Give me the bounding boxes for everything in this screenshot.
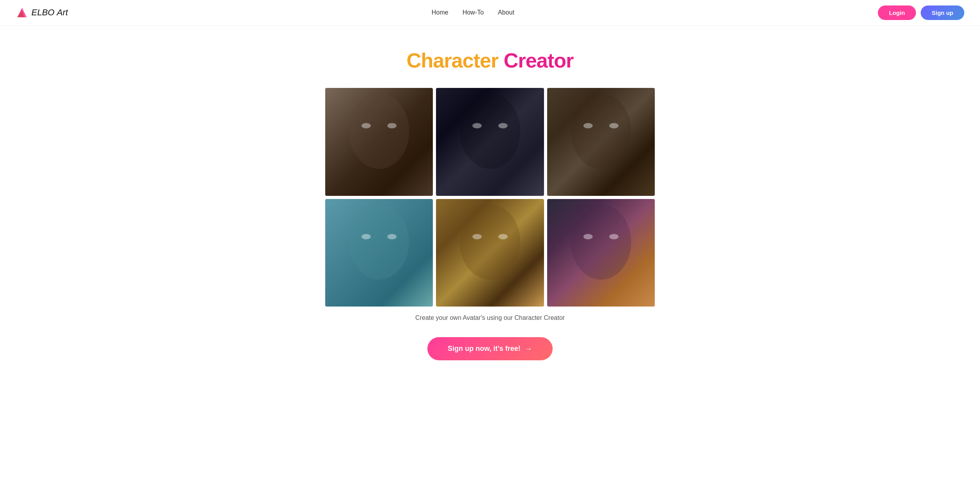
nav-link-home[interactable]: Home xyxy=(432,9,449,16)
cta-label: Sign up now, it's free! xyxy=(448,345,521,353)
brand-name: ELBO Art xyxy=(31,7,68,18)
grid-item-1 xyxy=(325,88,433,196)
title-creator: Creator xyxy=(504,49,573,72)
elbo-logo-icon xyxy=(16,6,28,19)
portrait-3 xyxy=(547,88,655,196)
portrait-6 xyxy=(547,199,655,307)
main-content: Character Creator xyxy=(0,0,980,491)
hero-subtitle: Create your own Avatar's using our Chara… xyxy=(415,314,565,321)
hero-title: Character Creator xyxy=(407,49,573,72)
portrait-4 xyxy=(325,199,433,307)
signup-button[interactable]: Sign up xyxy=(921,5,964,20)
cta-arrow-icon: → xyxy=(524,344,532,353)
grid-item-4 xyxy=(325,199,433,307)
grid-item-2 xyxy=(436,88,544,196)
nav-buttons: Login Sign up xyxy=(878,5,964,20)
navbar: ELBO Art Home How-To About Login Sign up xyxy=(0,0,980,25)
grid-item-5 xyxy=(436,199,544,307)
grid-item-3 xyxy=(547,88,655,196)
title-character: Character xyxy=(407,49,498,72)
portrait-2 xyxy=(436,88,544,196)
character-image-grid xyxy=(325,88,655,307)
login-button[interactable]: Login xyxy=(878,5,916,20)
nav-link-about[interactable]: About xyxy=(498,9,515,16)
nav-links: Home How-To About xyxy=(432,9,515,16)
portrait-5 xyxy=(436,199,544,307)
nav-link-howto[interactable]: How-To xyxy=(462,9,484,16)
cta-signup-button[interactable]: Sign up now, it's free! → xyxy=(427,337,553,360)
logo[interactable]: ELBO Art xyxy=(16,6,68,19)
portrait-1 xyxy=(325,88,433,196)
grid-item-6 xyxy=(547,199,655,307)
hero-section: Character Creator xyxy=(313,25,667,400)
